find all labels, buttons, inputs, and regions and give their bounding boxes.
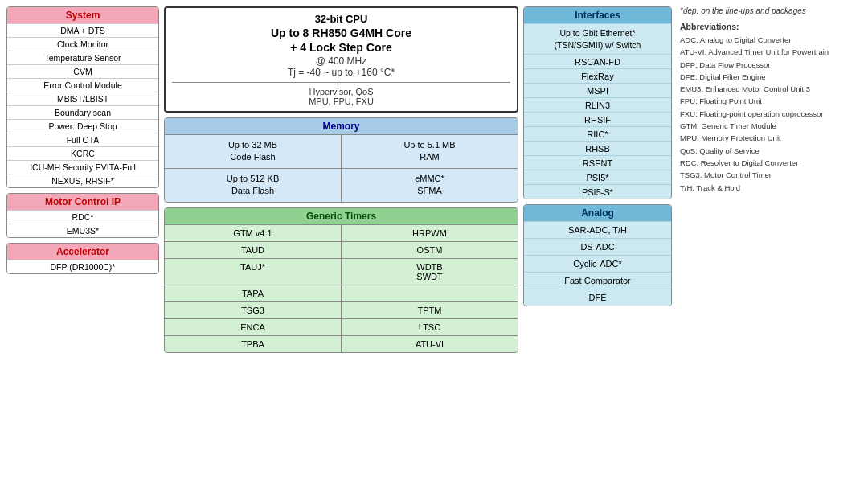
system-item-nexus: NEXUS, RHSIF* bbox=[7, 174, 158, 187]
cpu-box: 32-bit CPU Up to 8 RH850 G4MH Core + 4 L… bbox=[164, 6, 518, 113]
timers-box: Generic Timers GTM v4.1 HRPWM TAUD OSTM … bbox=[164, 207, 518, 353]
abbr-atuvi: ATU-VI: Advanced Timer Unit for Powertra… bbox=[680, 47, 862, 57]
iface-psi5s: PSI5-S* bbox=[524, 184, 671, 199]
cpu-title: 32-bit CPU bbox=[172, 13, 510, 25]
interfaces-column: Interfaces Up to Gbit Ethernet*(TSN/SGMI… bbox=[523, 6, 672, 353]
abbr-title: Abbreviations: bbox=[680, 22, 862, 31]
iface-rhsif: RHSIF bbox=[524, 112, 671, 126]
memory-header: Memory bbox=[165, 118, 518, 134]
system-item-clock: Clock Monitor bbox=[7, 37, 158, 51]
memory-cell-0: Up to 32 MBCode Flash bbox=[165, 135, 341, 168]
iface-rlin3: RLIN3 bbox=[524, 97, 671, 112]
iface-psi5: PSI5* bbox=[524, 170, 671, 184]
abbr-qos: QoS: Quality of Service bbox=[680, 146, 862, 156]
motor-box: Motor Control IP RDC* EMU3S* bbox=[6, 193, 159, 238]
motor-item-rdc: RDC* bbox=[7, 210, 158, 224]
system-item-icu: ICU-MH Security EVITA-Full bbox=[7, 160, 158, 174]
analog-header: Analog bbox=[524, 205, 671, 221]
timer-empty bbox=[342, 285, 518, 301]
memory-grid: Up to 32 MBCode Flash Up to 5.1 MBRAM Up… bbox=[165, 134, 518, 202]
accel-item-dfp: DFP (DR1000C)* bbox=[7, 260, 158, 273]
center-column: 32-bit CPU Up to 8 RH850 G4MH Core + 4 L… bbox=[164, 6, 518, 353]
timer-taud: TAUD bbox=[165, 242, 341, 258]
analog-comparator: Fast Comparator bbox=[524, 272, 671, 289]
cpu-temp: Tj = -40 ~ up to +160 °C* bbox=[172, 67, 510, 78]
timer-tapa: TAPA bbox=[165, 285, 341, 301]
system-box: System DMA + DTS Clock Monitor Temperatu… bbox=[6, 6, 159, 188]
motor-item-emu3s: EMU3S* bbox=[7, 224, 158, 237]
memory-cell-1: Up to 5.1 MBRAM bbox=[342, 135, 518, 168]
timer-ltsc: LTSC bbox=[342, 319, 518, 335]
main-container: System DMA + DTS Clock Monitor Temperatu… bbox=[0, 0, 868, 359]
system-item-power: Power: Deep Stop bbox=[7, 119, 158, 133]
timer-hrpwm: HRPWM bbox=[342, 225, 518, 241]
notes-column: *dep. on the line-ups and packages Abbre… bbox=[677, 6, 862, 353]
accel-box: Accelerator DFP (DR1000C)* bbox=[6, 243, 159, 274]
cpu-main-line2: + 4 Lock Step Core bbox=[172, 41, 510, 54]
iface-riic: RIIC* bbox=[524, 126, 671, 141]
timer-atuvi: ATU-VI bbox=[342, 336, 518, 352]
abbr-fxu: FXU: Floating-point operation coprocesso… bbox=[680, 109, 862, 119]
system-item-kcrc: KCRC bbox=[7, 146, 158, 160]
abbr-dfe: DFE: Digital Filter Engine bbox=[680, 72, 862, 82]
cpu-freq: @ 400 MHz bbox=[172, 55, 510, 67]
iface-flexray: FlexRay bbox=[524, 68, 671, 83]
timer-enca: ENCA bbox=[165, 319, 341, 335]
analog-dfe: DFE bbox=[524, 289, 671, 306]
motor-header: Motor Control IP bbox=[7, 194, 158, 210]
timers-header: Generic Timers bbox=[165, 208, 518, 224]
memory-box: Memory Up to 32 MBCode Flash Up to 5.1 M… bbox=[164, 117, 518, 203]
abbr-gtm: GTM: Generic Timer Module bbox=[680, 121, 862, 131]
system-item-ota: Full OTA bbox=[7, 133, 158, 146]
cpu-features-line1: Hypervisor, QoS bbox=[172, 87, 510, 96]
abbr-emu3: EMU3: Enhanced Motor Control Unit 3 bbox=[680, 84, 862, 94]
timer-tsg3: TSG3 bbox=[165, 302, 341, 318]
cpu-features-line2: MPU, FPU, FXU bbox=[172, 96, 510, 106]
interfaces-header: Interfaces bbox=[524, 7, 671, 23]
analog-dsadc: DS-ADC bbox=[524, 238, 671, 255]
memory-cell-3: eMMC*SFMA bbox=[342, 169, 518, 202]
accel-header: Accelerator bbox=[7, 244, 158, 260]
interfaces-gbit: Up to Gbit Ethernet*(TSN/SGMII) w/ Switc… bbox=[524, 23, 671, 54]
analog-saradc: SAR-ADC, T/H bbox=[524, 221, 671, 238]
timer-tauj: TAUJ* bbox=[165, 259, 341, 285]
memory-cell-2: Up to 512 KBData Flash bbox=[165, 169, 341, 202]
iface-rhsb: RHSB bbox=[524, 141, 671, 155]
timer-tptm: TPTM bbox=[342, 302, 518, 318]
timer-gtm: GTM v4.1 bbox=[165, 225, 341, 241]
abbr-adc: ADC: Analog to Digital Converter bbox=[680, 35, 862, 45]
system-column: System DMA + DTS Clock Monitor Temperatu… bbox=[6, 6, 159, 353]
abbr-th: T/H: Track & Hold bbox=[680, 183, 862, 193]
abbr-rdc: RDC: Resolver to Digital Converter bbox=[680, 158, 862, 168]
analog-cyclic: Cyclic-ADC* bbox=[524, 255, 671, 272]
iface-rsent: RSENT bbox=[524, 155, 671, 170]
system-item-dma: DMA + DTS bbox=[7, 23, 158, 37]
system-item-mbist: MBIST/LBIST bbox=[7, 92, 158, 105]
timer-ostm: OSTM bbox=[342, 242, 518, 258]
cpu-main-line1: Up to 8 RH850 G4MH Core bbox=[172, 27, 510, 39]
system-item-ecm: Error Control Module bbox=[7, 78, 158, 92]
timers-grid: GTM v4.1 HRPWM TAUD OSTM TAUJ* WDTBSWDT … bbox=[165, 224, 518, 352]
abbr-dfp: DFP: Data Flow Processor bbox=[680, 59, 862, 70]
timer-wdtb: WDTBSWDT bbox=[342, 259, 518, 285]
interfaces-box: Interfaces Up to Gbit Ethernet*(TSN/SGMI… bbox=[523, 6, 672, 199]
abbr-fpu: FPU: Floating Point Unit bbox=[680, 96, 862, 106]
iface-mspi: MSPI bbox=[524, 83, 671, 97]
abbr-tsg3: TSG3: Motor Control Timer bbox=[680, 170, 862, 180]
iface-rscan: RSCAN-FD bbox=[524, 54, 671, 68]
abbr-mpu: MPU: Memory Protection Unit bbox=[680, 133, 862, 143]
system-item-cvm: CVM bbox=[7, 64, 158, 78]
analog-box: Analog SAR-ADC, T/H DS-ADC Cyclic-ADC* F… bbox=[523, 204, 672, 306]
timer-tpba: TPBA bbox=[165, 336, 341, 352]
system-item-boundary: Boundary scan bbox=[7, 105, 158, 119]
system-header: System bbox=[7, 7, 158, 23]
cpu-divider bbox=[172, 82, 510, 83]
dep-note: *dep. on the line-ups and packages bbox=[680, 6, 862, 15]
system-item-temp: Temperature Sensor bbox=[7, 51, 158, 64]
